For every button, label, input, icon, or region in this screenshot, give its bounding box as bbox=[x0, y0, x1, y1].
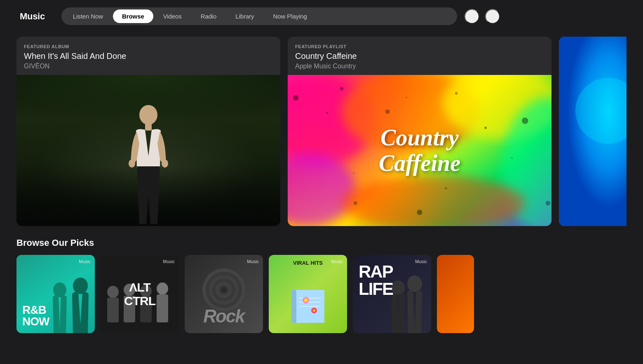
browse-picks-title: Browse Our Picks bbox=[16, 238, 627, 248]
featured-playlist-card[interactable]: FEATURED PLAYLIST Country Caffeine Apple… bbox=[288, 37, 551, 226]
viral-notebook bbox=[287, 288, 329, 325]
pick-alt-ctrl[interactable]: Music ΛLTCTRL bbox=[101, 255, 179, 333]
svg-rect-41 bbox=[291, 290, 296, 323]
nav-item-videos[interactable]: Videos bbox=[154, 9, 191, 23]
country-caffeine-text: CountryCaffeine bbox=[379, 125, 460, 176]
rnb-apple-badge: Music bbox=[77, 259, 91, 264]
browse-picks-header: Browse Our Picks bbox=[16, 238, 627, 248]
featured-album-title: When It's All Said And Done bbox=[24, 51, 273, 61]
svg-point-39 bbox=[221, 287, 227, 293]
viral-text: VIRAL HITS bbox=[293, 260, 323, 266]
featured-playlist-title: Country Caffeine bbox=[295, 51, 544, 61]
svg-point-3 bbox=[139, 105, 157, 125]
partial-card-bg bbox=[437, 255, 474, 333]
album-image-giveon bbox=[16, 75, 280, 226]
svg-point-10 bbox=[502, 98, 551, 226]
nav-item-radio[interactable]: Radio bbox=[192, 9, 226, 23]
svg-point-17 bbox=[522, 117, 528, 124]
rnb-text: R&BNOW bbox=[22, 304, 49, 327]
pick-rap-life[interactable]: Music RAPLIFE bbox=[353, 255, 431, 333]
nav-item-listen-now[interactable]: Listen Now bbox=[64, 9, 112, 23]
app-title: Music bbox=[20, 11, 45, 22]
nav-item-now-playing[interactable]: Now Playing bbox=[264, 9, 316, 23]
featured-album-image bbox=[16, 75, 280, 226]
nav-icons bbox=[465, 9, 500, 24]
svg-rect-4 bbox=[145, 123, 152, 131]
pick-rnb-now[interactable]: Music R&BNOW bbox=[16, 255, 95, 333]
pick-rock[interactable]: Music Rock bbox=[185, 255, 263, 333]
svg-rect-26 bbox=[107, 298, 119, 322]
alt-music-label: Music bbox=[163, 259, 175, 264]
gear-icon bbox=[488, 12, 497, 21]
svg-point-13 bbox=[293, 95, 298, 100]
svg-line-1 bbox=[474, 18, 475, 19]
svg-point-25 bbox=[107, 286, 119, 298]
featured-album-card[interactable]: FEATURED ALBUM When It's All Said And Do… bbox=[16, 37, 280, 226]
featured-playlist-label: FEATURED PLAYLIST bbox=[295, 44, 544, 49]
svg-point-2 bbox=[491, 15, 493, 17]
search-icon bbox=[468, 12, 476, 21]
svg-point-14 bbox=[340, 87, 343, 91]
svg-point-12 bbox=[342, 176, 525, 226]
viral-music-label: Music bbox=[331, 259, 343, 264]
svg-point-24 bbox=[53, 282, 66, 297]
rap-music-label: Music bbox=[415, 259, 427, 264]
blue-design bbox=[559, 37, 627, 226]
svg-point-50 bbox=[407, 275, 422, 292]
logo-area: Music bbox=[16, 11, 45, 22]
nav-item-browse[interactable]: Browse bbox=[113, 9, 153, 23]
svg-point-7 bbox=[288, 75, 374, 166]
nav-item-library[interactable]: Library bbox=[226, 9, 263, 23]
svg-point-49 bbox=[392, 280, 405, 295]
svg-point-46 bbox=[304, 299, 307, 302]
svg-rect-32 bbox=[157, 294, 168, 322]
rnb-people bbox=[45, 271, 95, 333]
rnb-music-label: Music bbox=[79, 259, 91, 264]
svg-point-11 bbox=[288, 153, 355, 226]
svg-point-5 bbox=[129, 159, 135, 168]
pick-viral-hits[interactable]: Music VIRAL HITS bbox=[269, 255, 347, 333]
main-content: FEATURED ALBUM When It's All Said And Do… bbox=[0, 33, 643, 341]
third-image bbox=[559, 37, 627, 226]
rap-apple-badge: Music bbox=[414, 259, 427, 264]
featured-album-subtitle: GIVĒON bbox=[24, 63, 273, 70]
svg-point-20 bbox=[417, 210, 422, 215]
featured-album-label: FEATURED ALBUM bbox=[24, 44, 273, 49]
rock-apple-badge: Music bbox=[246, 259, 259, 264]
svg-point-15 bbox=[385, 109, 390, 114]
nav-bar: Listen Now Browse Videos Radio Library N… bbox=[61, 7, 457, 25]
featured-playlist-text-area: FEATURED PLAYLIST Country Caffeine Apple… bbox=[288, 37, 551, 75]
featured-playlist-image: CountryCaffeine bbox=[288, 75, 551, 226]
settings-button[interactable] bbox=[485, 9, 500, 24]
person-silhouette bbox=[124, 103, 173, 226]
svg-point-23 bbox=[73, 278, 88, 294]
svg-point-31 bbox=[157, 282, 168, 295]
featured-playlist-subtitle: Apple Music Country bbox=[295, 63, 544, 70]
svg-point-16 bbox=[455, 92, 458, 95]
featured-album-text-area: FEATURED ALBUM When It's All Said And Do… bbox=[16, 37, 280, 75]
viral-apple-badge: Music bbox=[330, 259, 343, 264]
search-button[interactable] bbox=[465, 9, 479, 24]
third-card-image bbox=[559, 37, 627, 226]
alt-apple-badge: Music bbox=[162, 259, 175, 264]
country-caffeine-image: CountryCaffeine bbox=[288, 75, 551, 226]
featured-third-card[interactable] bbox=[559, 37, 627, 226]
rap-text: RAPLIFE bbox=[359, 263, 393, 298]
picks-row: Music R&BNOW Music bbox=[16, 255, 627, 333]
svg-point-0 bbox=[469, 14, 474, 19]
rock-music-label: Music bbox=[247, 259, 259, 264]
rock-text: Rock bbox=[203, 306, 244, 327]
alt-text: ΛLTCTRL bbox=[124, 280, 155, 308]
header: Music Listen Now Browse Videos Radio Lib… bbox=[0, 0, 643, 33]
featured-row: FEATURED ALBUM When It's All Said And Do… bbox=[16, 37, 627, 226]
svg-point-48 bbox=[313, 309, 315, 312]
svg-point-6 bbox=[162, 159, 168, 168]
svg-point-18 bbox=[546, 201, 550, 205]
pick-partial-sixth[interactable] bbox=[437, 255, 474, 333]
svg-point-19 bbox=[354, 201, 357, 205]
